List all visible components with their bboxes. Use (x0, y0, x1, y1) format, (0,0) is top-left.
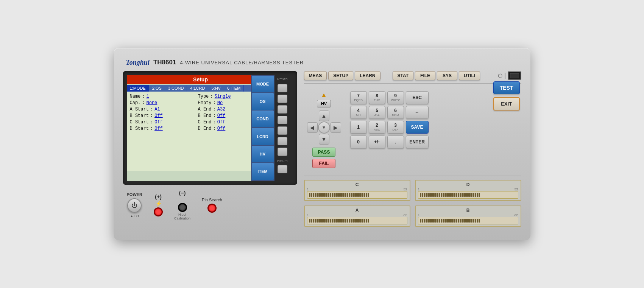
d-start-value[interactable]: Off (154, 126, 177, 131)
key-6[interactable]: 6MNO (387, 106, 404, 119)
empty-value[interactable]: No (217, 100, 240, 106)
c-end-value[interactable]: Off (217, 120, 240, 125)
softkey-1[interactable] (278, 95, 287, 103)
mode-btn[interactable]: MODE (252, 76, 274, 92)
connector-b-inner[interactable] (418, 217, 518, 224)
b-num-start: 1 (418, 213, 420, 217)
setup-button[interactable]: SETUP (328, 71, 353, 80)
softkey-2[interactable] (278, 105, 287, 114)
stat-button[interactable]: STAT (393, 71, 414, 80)
item-btn[interactable]: ITEM (252, 163, 274, 180)
type-label: Type (198, 94, 209, 99)
brand-name: Tonghui (126, 59, 150, 67)
pin-29 (362, 193, 363, 197)
connector-c-inner[interactable] (307, 191, 407, 199)
softkey-3[interactable] (278, 116, 287, 124)
pass-button[interactable]: PASS (312, 148, 336, 157)
b-start-value[interactable]: Off (154, 113, 177, 118)
softkey-5[interactable] (278, 137, 287, 145)
meas-button[interactable]: MEAS (304, 71, 327, 80)
pin-21 (347, 193, 348, 197)
prtscn-key[interactable] (278, 84, 287, 92)
pin-32 (368, 193, 369, 197)
cond-btn[interactable]: COND (252, 111, 274, 127)
nav-down-button[interactable]: ▼ (319, 134, 329, 145)
hv-nav-button[interactable]: HV (317, 100, 331, 107)
a-pin-strip (307, 217, 407, 224)
connector-a-numbers: 1 32 (307, 213, 407, 217)
key-9[interactable]: 9WXYZ (387, 91, 404, 104)
connector-a-inner[interactable] (307, 217, 407, 224)
key-1[interactable]: 1 (350, 121, 367, 134)
tab-3cond[interactable]: 3:COND (165, 85, 187, 92)
connector-d-inner[interactable] (418, 191, 518, 199)
pin-search-jack (207, 204, 217, 213)
key-7[interactable]: 7PQRS (350, 91, 367, 104)
nav-center-button[interactable]: ▼ (318, 121, 330, 134)
tab-2os[interactable]: 2:OS (149, 85, 165, 92)
nav-up-button[interactable]: ▲ (319, 111, 329, 121)
tab-5hv[interactable]: 5:HV (208, 85, 224, 92)
hv-warning: ▲ HV (317, 91, 331, 107)
nav-right-button[interactable]: ▶ (331, 122, 341, 133)
positive-probe-jack (154, 207, 163, 216)
key-esc[interactable]: ESC (406, 91, 429, 104)
pin-8 (322, 193, 324, 197)
key-backspace[interactable]: ← (406, 106, 429, 119)
nav-left-button[interactable]: ◀ (307, 122, 318, 133)
pin-28 (360, 193, 362, 197)
func-group-2: STAT FILE SYS UTILI (393, 71, 480, 80)
name-value[interactable]: 1 (147, 94, 169, 99)
pin-14 (334, 193, 335, 197)
test-button[interactable]: TEST (493, 81, 520, 94)
c-start-value[interactable]: Off (154, 120, 177, 125)
utili-button[interactable]: UTILI (459, 71, 480, 80)
keypad-row-4: 0 +/- . ENTER (350, 135, 521, 148)
d-num-end: 32 (514, 187, 518, 191)
softkey-6[interactable] (278, 148, 287, 156)
connector-c: C 1 32 (304, 180, 410, 201)
tab-4lcrd[interactable]: 4:LCRD (187, 85, 208, 92)
file-button[interactable]: FILE (415, 71, 435, 80)
negative-sign: (−) (179, 190, 186, 196)
pin-24 (352, 193, 354, 197)
power-icon: ⏻ (131, 202, 137, 209)
a-end-value[interactable]: A32 (217, 107, 240, 112)
key-dot[interactable]: . (387, 135, 404, 148)
d-end-value[interactable]: Off (217, 126, 240, 131)
a-start-value[interactable]: A1 (154, 107, 177, 112)
exit-button[interactable]: EXIT (493, 97, 520, 111)
b-end-value[interactable]: Off (217, 113, 240, 118)
key-3[interactable]: 3DEF (387, 121, 404, 134)
pin-20 (345, 193, 346, 197)
return-key[interactable] (278, 165, 287, 173)
type-value[interactable]: Single (215, 94, 237, 99)
key-0[interactable]: 0 (350, 135, 367, 148)
d-pin-strip (418, 191, 518, 198)
key-plusminus[interactable]: +/- (369, 135, 385, 148)
b-pin-strip (418, 217, 518, 224)
sys-button[interactable]: SYS (437, 71, 457, 80)
learn-button[interactable]: LEARN (355, 71, 380, 80)
key-2[interactable]: 2ABC (369, 121, 385, 134)
empty-label: Empty (198, 100, 212, 106)
pin-9 (324, 193, 326, 197)
lcrd-btn[interactable]: LCRD (252, 128, 274, 145)
pin-5 (317, 193, 318, 197)
os-btn[interactable]: OS (252, 93, 274, 110)
cap-value[interactable]: None (147, 100, 169, 106)
key-8[interactable]: 8TUV (369, 91, 385, 104)
power-button[interactable]: ⏻ (127, 198, 142, 213)
tab-6item[interactable]: 6:ITEM (224, 85, 244, 92)
hv-btn-screen[interactable]: HV (252, 146, 274, 162)
key-save[interactable]: SAVE (406, 121, 429, 134)
softkey-4[interactable] (278, 126, 287, 135)
key-5[interactable]: 5JKL (369, 106, 385, 119)
fail-button[interactable]: FAIL (312, 159, 336, 168)
pin-7 (320, 193, 322, 197)
key-enter[interactable]: ENTER (406, 135, 429, 148)
d-end-label: D End (198, 126, 212, 131)
key-4[interactable]: 4GH (350, 106, 367, 119)
pin-25 (354, 193, 356, 197)
tab-1mode[interactable]: 1:MODE (127, 85, 149, 92)
